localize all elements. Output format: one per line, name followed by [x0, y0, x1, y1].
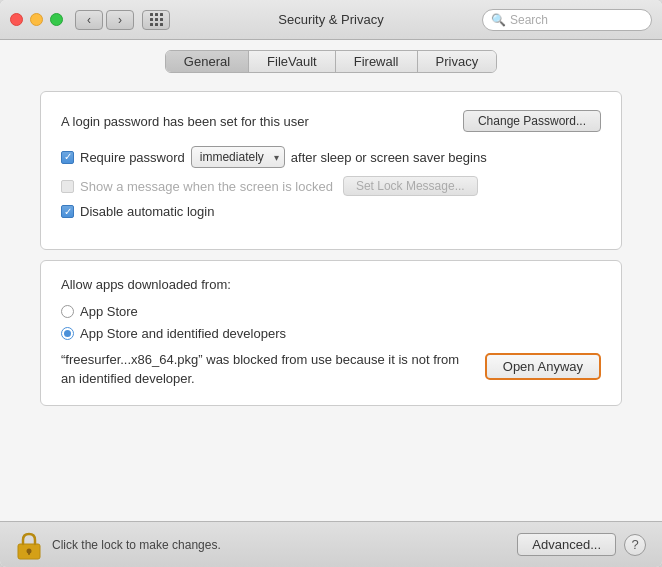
tabs: General FileVault Firewall Privacy: [165, 50, 497, 73]
tab-firewall[interactable]: Firewall: [336, 51, 418, 72]
window-title: Security & Privacy: [278, 12, 383, 27]
content-area: A login password has been set for this u…: [0, 73, 662, 521]
app-store-label: App Store: [80, 304, 138, 319]
app-store-radio-row: App Store: [61, 304, 601, 319]
help-button[interactable]: ?: [624, 534, 646, 556]
require-password-row: Require password immediately after sleep…: [61, 146, 601, 168]
grid-button[interactable]: [142, 10, 170, 30]
tab-general[interactable]: General: [166, 51, 249, 72]
close-button[interactable]: [10, 13, 23, 26]
open-anyway-button[interactable]: Open Anyway: [485, 353, 601, 380]
app-store-identified-radio[interactable]: [61, 327, 74, 340]
search-icon: 🔍: [491, 13, 506, 27]
bottombar: Click the lock to make changes. Advanced…: [0, 521, 662, 567]
forward-button[interactable]: ›: [106, 10, 134, 30]
app-store-radio[interactable]: [61, 305, 74, 318]
disable-autologin-label: Disable automatic login: [80, 204, 214, 219]
main-window: ‹ › Security & Privacy 🔍 Search General …: [0, 0, 662, 567]
advanced-button[interactable]: Advanced...: [517, 533, 616, 556]
immediately-dropdown[interactable]: immediately: [191, 146, 285, 168]
app-store-identified-label: App Store and identified developers: [80, 326, 286, 341]
app-store-identified-radio-row: App Store and identified developers: [61, 326, 601, 341]
lock-label: Click the lock to make changes.: [52, 538, 517, 552]
apps-section: Allow apps downloaded from: App Store Ap…: [40, 260, 622, 406]
blocked-text: “freesurfer...x86_64.pkg” was blocked fr…: [61, 351, 471, 389]
traffic-lights: [10, 13, 63, 26]
password-row: A login password has been set for this u…: [61, 110, 601, 132]
blocked-row: “freesurfer...x86_64.pkg” was blocked fr…: [61, 351, 601, 389]
back-button[interactable]: ‹: [75, 10, 103, 30]
tab-privacy[interactable]: Privacy: [418, 51, 497, 72]
allow-apps-title: Allow apps downloaded from:: [61, 277, 601, 292]
require-password-label: Require password: [80, 150, 185, 165]
disable-autologin-row: Disable automatic login: [61, 204, 601, 219]
search-box[interactable]: 🔍 Search: [482, 9, 652, 31]
maximize-button[interactable]: [50, 13, 63, 26]
nav-buttons: ‹ ›: [75, 10, 134, 30]
minimize-button[interactable]: [30, 13, 43, 26]
tabs-container: General FileVault Firewall Privacy: [0, 40, 662, 73]
disable-autologin-checkbox[interactable]: [61, 205, 74, 218]
password-label: A login password has been set for this u…: [61, 114, 309, 129]
show-message-label: Show a message when the screen is locked: [80, 179, 333, 194]
titlebar: ‹ › Security & Privacy 🔍 Search: [0, 0, 662, 40]
svg-rect-2: [28, 551, 30, 555]
lock-icon[interactable]: [16, 530, 42, 560]
search-placeholder: Search: [510, 13, 548, 27]
after-sleep-label: after sleep or screen saver begins: [291, 150, 487, 165]
set-lock-message-button[interactable]: Set Lock Message...: [343, 176, 478, 196]
password-section: A login password has been set for this u…: [40, 91, 622, 250]
show-message-checkbox[interactable]: [61, 180, 74, 193]
tab-filevault[interactable]: FileVault: [249, 51, 336, 72]
show-message-row: Show a message when the screen is locked…: [61, 176, 601, 196]
require-password-checkbox[interactable]: [61, 151, 74, 164]
change-password-button[interactable]: Change Password...: [463, 110, 601, 132]
